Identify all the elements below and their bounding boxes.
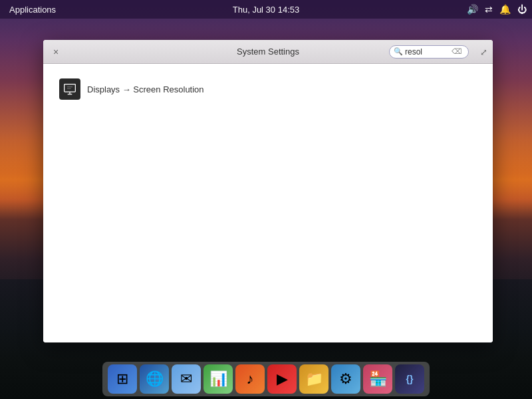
dock-item-code[interactable]: {} <box>395 364 424 394</box>
search-clear-icon[interactable]: ⌫ <box>452 47 462 56</box>
top-panel: Applications Thu, Jul 30 14:53 🔊 ⇄ 🔔 ⏻ <box>0 0 532 19</box>
window-content: Displays → Screen Resolution <box>43 64 493 342</box>
dock-item-music[interactable]: ♪ <box>235 364 265 394</box>
dock-item-mail[interactable]: ✉ <box>172 364 201 394</box>
window-expand-button[interactable]: ⤢ <box>480 47 487 57</box>
search-result-label: Displays → Screen Resolution <box>87 84 204 94</box>
panel-datetime: Thu, Jul 30 14:53 <box>233 5 299 15</box>
notification-icon[interactable]: 🔔 <box>499 4 511 15</box>
dock-item-video[interactable]: ▶ <box>267 364 297 394</box>
displays-icon <box>59 78 80 100</box>
system-settings-window: × System Settings 🔍 ⌫ ⤢ Displays → Scr <box>43 40 493 342</box>
applications-menu-button[interactable]: Applications <box>5 3 60 16</box>
code-icon: {} <box>406 374 414 384</box>
search-input[interactable] <box>405 47 452 57</box>
files-icon: ⊞ <box>116 370 128 388</box>
dock-item-files[interactable]: ⊞ <box>108 364 137 394</box>
search-icon: 🔍 <box>394 47 403 56</box>
svg-rect-0 <box>65 84 76 92</box>
window-title: System Settings <box>237 47 299 57</box>
settings-icon: ⚙ <box>339 370 352 388</box>
panel-left: Applications <box>5 3 60 16</box>
music-icon: ♪ <box>247 370 254 388</box>
volume-icon[interactable]: 🔊 <box>467 4 478 15</box>
window-close-button[interactable]: × <box>50 46 62 58</box>
browser-icon: 🌐 <box>146 370 164 388</box>
search-result-displays[interactable]: Displays → Screen Resolution <box>54 74 482 104</box>
mail-icon: ✉ <box>180 370 192 388</box>
dock-item-calc[interactable]: 📊 <box>203 364 233 394</box>
folder-icon: 📁 <box>305 370 323 388</box>
dock-item-browser[interactable]: 🌐 <box>140 364 169 394</box>
store-icon: 🏪 <box>369 370 387 388</box>
window-search-area: 🔍 ⌫ <box>389 45 469 59</box>
network-icon[interactable]: ⇄ <box>485 4 493 15</box>
window-titlebar: × System Settings 🔍 ⌫ ⤢ <box>43 40 493 64</box>
power-icon[interactable]: ⏻ <box>517 4 527 15</box>
search-box[interactable]: 🔍 ⌫ <box>389 45 469 59</box>
video-icon: ▶ <box>277 370 288 388</box>
panel-right-icons: 🔊 ⇄ 🔔 ⏻ <box>467 4 527 15</box>
dock: ⊞ 🌐 ✉ 📊 ♪ ▶ 📁 ⚙ 🏪 {} <box>102 362 430 396</box>
dock-item-store[interactable]: 🏪 <box>363 364 392 394</box>
calc-icon: 📊 <box>209 370 227 388</box>
dock-item-settings[interactable]: ⚙ <box>331 364 360 394</box>
dock-item-folder[interactable]: 📁 <box>299 364 329 394</box>
